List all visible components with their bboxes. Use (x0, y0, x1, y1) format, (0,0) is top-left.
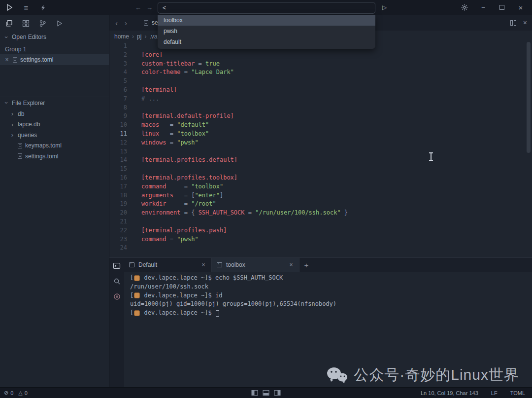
tree-item-db[interactable]: ›db (0, 109, 109, 119)
terminal-text: dev.lapce.lapce ~]$ id (140, 291, 222, 300)
code-line[interactable]: 10macos = "default" (109, 121, 532, 130)
line-number: 20 (109, 209, 127, 217)
search-panel-icon[interactable] (113, 278, 121, 285)
code-line[interactable]: 16[terminal.profiles.toolbox] (109, 174, 532, 182)
line-number: 18 (109, 191, 127, 200)
tree-item-keymaps.toml[interactable]: keymaps.toml (0, 141, 109, 151)
code-line[interactable]: 19workdir = "/root" (109, 200, 532, 209)
nav-back-icon[interactable]: ← (135, 4, 141, 11)
split-editor-icon[interactable] (510, 20, 516, 26)
palette-item-toolbox[interactable]: toolbox (158, 15, 375, 26)
error-icon: ⊘ (4, 390, 8, 396)
editor-back-icon[interactable]: ‹ (115, 19, 118, 27)
new-terminal-button[interactable]: + (299, 258, 313, 272)
terminal-panel-icon[interactable] (113, 262, 121, 270)
toggle-right-panel-icon[interactable] (274, 390, 281, 396)
terminal-line: [ dev.lapce.lapce ~]$ (130, 309, 532, 318)
settings-gear-icon[interactable] (460, 3, 469, 12)
code-line[interactable]: 17command = "toolbox" (109, 182, 532, 191)
breadcrumb-item[interactable]: .va (149, 33, 157, 40)
problems-status[interactable]: ⊘ 0 △ 0 (4, 390, 28, 396)
file-explorer-icon[interactable] (5, 19, 13, 28)
code-line[interactable]: 5 (109, 77, 532, 86)
code-line[interactable]: 24 (109, 244, 532, 253)
window-maximize-button[interactable] (498, 3, 506, 12)
line-number: 8 (109, 104, 127, 112)
tree-item-queries[interactable]: ›queries (0, 130, 109, 141)
code-line[interactable]: 15 (109, 165, 532, 174)
terminal-text: [ (130, 309, 133, 318)
code-line[interactable]: 14[terminal.profiles.default] (109, 156, 532, 165)
code-line[interactable]: 23command = "pwsh" (109, 235, 532, 244)
close-icon[interactable]: × (200, 261, 206, 268)
close-icon[interactable]: × (4, 56, 10, 63)
terminal-text: [ (130, 274, 133, 283)
close-editor-icon[interactable]: × (523, 19, 527, 27)
terminal-tab-toolbox[interactable]: toolbox× (212, 258, 299, 272)
close-icon[interactable]: × (288, 261, 294, 268)
code-line[interactable]: 4color-theme = "Lapce Dark" (109, 68, 532, 77)
tree-item-label: lapce.db (18, 121, 40, 128)
code-editor[interactable]: 12[core]3custom-titlebar = true4color-th… (109, 42, 532, 257)
tree-item-lapce.db[interactable]: ›lapce.db (0, 119, 109, 130)
line-content: linux = "toolbox" (141, 130, 209, 139)
code-line[interactable]: 13 (109, 147, 532, 156)
tree-item-settings.toml[interactable]: settings.toml (0, 151, 109, 162)
toggle-bottom-panel-icon[interactable] (263, 390, 269, 396)
nav-forward-icon[interactable]: → (146, 4, 153, 11)
code-line[interactable]: 7# ... (109, 95, 532, 104)
code-token: "default" (177, 121, 209, 128)
line-number: 1 (109, 42, 127, 51)
open-editors-header[interactable]: › Open Editors (0, 32, 109, 42)
window-minimize-button[interactable]: – (479, 3, 488, 12)
code-token: command (141, 183, 166, 190)
open-editor-item-settings-toml[interactable]: × settings.toml (0, 54, 109, 65)
code-line[interactable]: 8 (109, 104, 532, 112)
palette-input[interactable]: < (158, 2, 375, 14)
line-number: 13 (109, 147, 127, 156)
remote-connect-icon[interactable] (38, 3, 47, 12)
line-ending[interactable]: LF (491, 390, 498, 396)
palette-item-default[interactable]: default (158, 36, 375, 47)
code-token: [terminal.profiles.toolbox] (141, 174, 237, 181)
plugins-icon[interactable] (22, 19, 30, 28)
code-line[interactable]: 2[core] (109, 51, 532, 60)
code-token: "/run/user/100/ssh.sock" (255, 209, 340, 216)
line-number: 4 (109, 68, 127, 77)
watermark: 公众号·奇妙的Linux世界 (326, 365, 519, 385)
code-token: } (341, 209, 348, 216)
code-line[interactable]: 21 (109, 217, 532, 226)
window-close-button[interactable]: × (516, 3, 525, 12)
debug-icon[interactable] (55, 19, 64, 28)
activity-bar (0, 15, 109, 32)
terminal-icon (217, 262, 222, 267)
code-line[interactable]: 12windows = "pwsh" (109, 139, 532, 147)
code-line[interactable]: 18arguments = ["enter"] (109, 191, 532, 200)
breadcrumb-item[interactable]: pj (137, 33, 141, 40)
editor-scrollbar[interactable] (527, 42, 531, 153)
code-token: workdir (141, 200, 166, 207)
cursor-position[interactable]: Ln 10, Col 19, Char 143 (421, 390, 478, 396)
chevron-down-icon: › (3, 101, 10, 106)
toggle-left-panel-icon[interactable] (252, 390, 258, 396)
code-line[interactable]: 11linux = "toolbox" (109, 130, 532, 139)
terminal-tab-Default[interactable]: Default× (124, 258, 212, 272)
problems-panel-icon[interactable] (113, 293, 121, 300)
menu-icon[interactable]: ≡ (22, 3, 31, 12)
source-control-icon[interactable] (38, 19, 47, 28)
file-explorer-header[interactable]: › File Explorer (0, 97, 109, 109)
code-line[interactable]: 6[terminal] (109, 86, 532, 95)
code-line[interactable]: 20environment = { SSH_AUTH_SOCK = "/run/… (109, 209, 532, 217)
code-line[interactable]: 9[terminal.default-profile] (109, 112, 532, 121)
code-token: { (191, 209, 198, 216)
editor-forward-icon[interactable]: › (125, 19, 127, 27)
line-number: 5 (109, 77, 127, 86)
run-button[interactable]: ▷ (382, 0, 387, 15)
code-line[interactable]: 3custom-titlebar = true (109, 60, 532, 69)
palette-item-pwsh[interactable]: pwsh (158, 26, 375, 36)
code-token: [terminal.profiles.default] (141, 156, 237, 163)
line-content: [terminal.profiles.pwsh] (141, 226, 227, 235)
breadcrumb-item[interactable]: home (114, 33, 129, 40)
language-mode[interactable]: TOML (510, 390, 525, 396)
code-line[interactable]: 22[terminal.profiles.pwsh] (109, 226, 532, 235)
